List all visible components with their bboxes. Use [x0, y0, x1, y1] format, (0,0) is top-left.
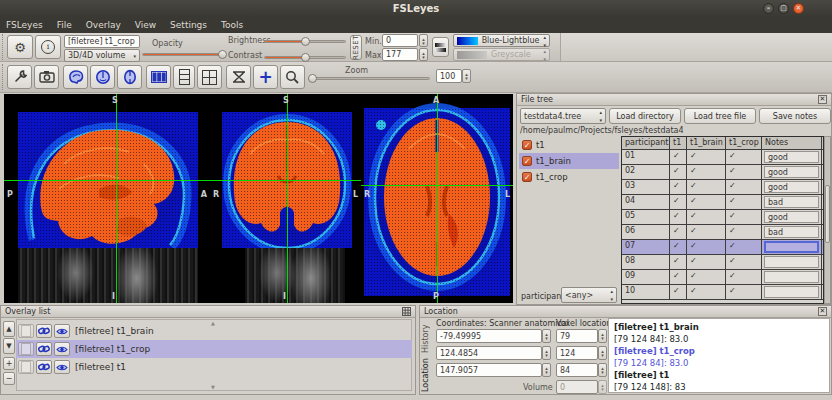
scroll-down-icon[interactable]: ▼: [211, 384, 215, 390]
world-coord-field[interactable]: 147.9057: [436, 363, 542, 377]
file-type-item[interactable]: t1_crop: [519, 169, 619, 185]
overlay-list-item[interactable]: [filetree] t1_brain: [16, 322, 412, 340]
maximize-button-icon[interactable]: ▢: [778, 3, 789, 14]
sagittal-view-canvas[interactable]: S P A I: [4, 94, 210, 303]
coord-spinner[interactable]: ▴▾: [542, 346, 551, 360]
menu-item[interactable]: FSLeyes: [6, 20, 43, 30]
screenshot-button[interactable]: [34, 65, 59, 89]
link-overlay-button[interactable]: [36, 324, 52, 338]
zoom-spinner[interactable]: ▴▾: [462, 69, 471, 83]
close-panel-icon[interactable]: ✕: [818, 95, 827, 104]
coronal-view-canvas[interactable]: S R L I: [210, 94, 361, 303]
table-row[interactable]: 02 ✓ ✓ ✓ good: [622, 165, 823, 180]
contrast-slider[interactable]: [264, 56, 346, 59]
table-row[interactable]: 09 ✓ ✓ ✓: [622, 270, 823, 285]
greyscale-swatch-button[interactable]: [432, 37, 449, 57]
toggle-visibility-button[interactable]: [54, 360, 70, 374]
notes-input[interactable]: bad: [764, 196, 819, 208]
save-overlay-button[interactable]: [18, 324, 34, 338]
save-notes-button[interactable]: Save notes: [759, 108, 831, 124]
opacity-slider-handle[interactable]: [218, 50, 227, 59]
link-overlay-button[interactable]: [36, 360, 52, 374]
notes-input[interactable]: good: [764, 151, 819, 163]
coord-spinner[interactable]: ▴▾: [598, 363, 607, 377]
checkbox-checked-icon[interactable]: [522, 172, 532, 182]
toolbar-grip[interactable]: [2, 64, 5, 90]
panel-grid-icon[interactable]: [402, 307, 411, 316]
brightness-slider[interactable]: [264, 40, 346, 43]
table-vertical-scrollbar[interactable]: [824, 136, 831, 304]
toggle-axial-button[interactable]: [117, 65, 142, 89]
voxel-coord-field[interactable]: 84: [556, 363, 598, 377]
menu-item[interactable]: File: [57, 20, 72, 30]
opacity-slider[interactable]: [142, 53, 226, 56]
remove-overlay-button[interactable]: −: [3, 372, 15, 385]
add-overlay-button[interactable]: +: [3, 357, 15, 370]
table-row[interactable]: 01 ✓ ✓ ✓ good: [622, 150, 823, 165]
table-row[interactable]: 03 ✓ ✓ ✓ good: [622, 180, 823, 195]
toggle-coronal-button[interactable]: [90, 65, 115, 89]
tree-file-dropdown[interactable]: testdata4.tree ▴▾: [520, 108, 606, 124]
scrollbar-thumb[interactable]: [825, 185, 830, 243]
layout-vertical-button[interactable]: [173, 65, 195, 89]
notes-input[interactable]: bad: [764, 226, 819, 238]
contrast-slider-handle[interactable]: [301, 53, 310, 62]
close-button-icon[interactable]: ✕: [793, 3, 804, 14]
table-row[interactable]: 10 ✓ ✓ ✓: [622, 285, 823, 300]
column-header[interactable]: participant: [622, 137, 670, 149]
movie-mode-button[interactable]: [226, 65, 251, 89]
load-tree-file-button[interactable]: Load tree file: [684, 108, 756, 124]
voxel-coord-field[interactable]: 79: [556, 329, 598, 343]
table-row[interactable]: 08 ✓ ✓ ✓: [622, 255, 823, 270]
window-titlebar[interactable]: FSLeyes – ▢ ✕: [0, 0, 832, 17]
coord-spinner[interactable]: ▴▾: [542, 329, 551, 343]
notes-input[interactable]: [764, 256, 819, 268]
move-overlay-up-button[interactable]: ▲: [3, 321, 15, 337]
notes-input[interactable]: good: [764, 181, 819, 193]
notes-input[interactable]: [764, 271, 819, 283]
toolbar-grip[interactable]: [2, 34, 5, 60]
overlay-list-item[interactable]: [filetree] t1_crop: [16, 340, 412, 358]
overlay-type-dropdown[interactable]: 3D/4D volume ▾: [64, 49, 140, 62]
table-row[interactable]: 05 ✓ ✓ ✓ good: [622, 210, 823, 225]
notes-input[interactable]: good: [764, 211, 819, 223]
toggle-visibility-button[interactable]: [54, 342, 70, 356]
coord-spinner[interactable]: ▴▾: [598, 346, 607, 360]
close-panel-icon[interactable]: ✕: [818, 307, 827, 316]
column-header[interactable]: t1_brain: [687, 137, 726, 149]
table-row[interactable]: 06 ✓ ✓ ✓ bad: [622, 225, 823, 240]
layout-grid-button[interactable]: [197, 65, 222, 89]
zoom-value-field[interactable]: 100: [436, 69, 462, 83]
toggle-visibility-button[interactable]: [54, 324, 70, 338]
table-row[interactable]: 07 ✓ ✓ ✓: [622, 240, 823, 255]
menu-item[interactable]: View: [135, 20, 156, 30]
overlay-info-button[interactable]: i: [35, 35, 61, 59]
save-overlay-button[interactable]: [18, 360, 34, 374]
tab-history[interactable]: History: [421, 320, 433, 357]
crosshair-button[interactable]: +: [253, 65, 278, 89]
zoom-slider[interactable]: [308, 77, 430, 80]
column-header[interactable]: Notes: [762, 137, 822, 149]
overlay-settings-button[interactable]: ⚙: [7, 35, 33, 59]
coord-spinner[interactable]: ▴▾: [598, 329, 607, 343]
notes-input[interactable]: good: [764, 166, 819, 178]
world-coord-field[interactable]: -79.49995: [436, 329, 542, 343]
save-overlay-button[interactable]: [18, 342, 34, 356]
toggle-sagittal-button[interactable]: [63, 65, 88, 89]
overlay-list-item[interactable]: [filetree] t1: [16, 358, 412, 376]
zoom-slider-handle[interactable]: [308, 74, 317, 83]
max-spinner[interactable]: ▴▾: [419, 48, 428, 61]
tab-location[interactable]: Location: [421, 357, 433, 394]
load-directory-button[interactable]: Load directory: [609, 108, 681, 124]
reset-brightness-button[interactable]: RESET: [350, 35, 362, 60]
column-header[interactable]: t1: [670, 137, 687, 149]
menu-item[interactable]: Settings: [170, 20, 207, 30]
table-row[interactable]: 04 ✓ ✓ ✓ bad: [622, 195, 823, 210]
layout-horizontal-button[interactable]: [146, 65, 171, 89]
brightness-slider-handle[interactable]: [301, 37, 310, 46]
file-type-item[interactable]: t1: [519, 137, 619, 153]
min-value-field[interactable]: 0: [382, 34, 418, 47]
view-settings-button[interactable]: [7, 65, 32, 89]
file-type-item[interactable]: t1_brain: [519, 153, 619, 169]
participant-filter-dropdown[interactable]: <any> ▴▾: [561, 287, 617, 303]
